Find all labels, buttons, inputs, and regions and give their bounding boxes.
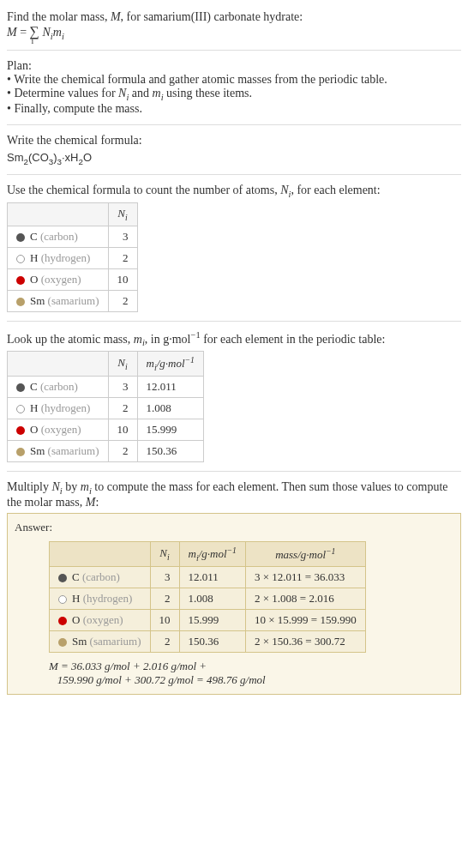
element-dot-icon — [58, 574, 67, 582]
formula-M: M — [7, 26, 17, 39]
table-row: H (hydrogen)21.008 — [8, 397, 204, 419]
plan-heading: Plan: — [7, 59, 461, 73]
table-row: Sm (samarium)2 — [8, 290, 138, 311]
element-dot-icon — [16, 448, 25, 456]
table-row: C (carbon)3 — [8, 226, 138, 247]
table-row: C (carbon)312.0113 × 12.011 = 36.033 — [50, 566, 366, 588]
formula-heading: Write the chemical formula: — [7, 134, 461, 148]
final-calculation: M = 36.033 g/mol + 2.016 g/mol + 159.990… — [49, 660, 453, 687]
count-table: Ni C (carbon)3H (hydrogen)2O (oxygen)10S… — [7, 202, 138, 312]
formula-mi: m — [53, 26, 62, 39]
divider — [7, 471, 461, 472]
plan-section: Plan: • Write the chemical formula and g… — [7, 56, 461, 119]
formula-sigma: ∑i — [30, 24, 39, 39]
intro-text: Find the molar mass, — [7, 10, 111, 23]
element-cell: O (oxygen) — [50, 609, 151, 630]
element-dot-icon — [58, 638, 67, 647]
table-row: Sm (samarium)2150.36 — [8, 440, 204, 461]
table-row: H (hydrogen)2 — [8, 247, 138, 268]
element-dot-icon — [16, 383, 25, 392]
answer-table: Ni mi/g·mol−1 mass/g·mol−1 C (carbon)312… — [49, 541, 366, 653]
element-dot-icon — [16, 405, 25, 413]
element-dot-icon — [58, 617, 67, 625]
element-cell: H (hydrogen) — [8, 247, 109, 268]
element-cell: H (hydrogen) — [50, 588, 151, 609]
element-dot-icon — [16, 298, 25, 306]
table-row: O (oxygen)1015.999 — [8, 419, 204, 440]
chemical-formula-section: Write the chemical formula: Sm2(CO3)3·xH… — [7, 130, 461, 170]
plan-bullet3: • Finally, compute the mass. — [7, 102, 461, 116]
element-dot-icon — [16, 233, 25, 242]
table-row: Sm (samarium)2150.362 × 150.36 = 300.72 — [50, 630, 366, 652]
element-cell: Sm (samarium) — [50, 630, 151, 652]
element-cell: O (oxygen) — [8, 419, 109, 440]
count-heading: Use the chemical formula to count the nu… — [7, 184, 461, 199]
element-dot-icon — [58, 595, 67, 604]
multiply-heading: Multiply Ni by mi to compute the mass fo… — [7, 480, 461, 509]
element-cell: C (carbon) — [50, 566, 151, 588]
lookup-table: Ni mi/g·mol−1 C (carbon)312.011H (hydrog… — [7, 351, 204, 462]
divider — [7, 321, 461, 322]
element-dot-icon — [16, 426, 25, 435]
element-dot-icon — [16, 255, 25, 263]
element-cell: H (hydrogen) — [8, 397, 109, 419]
element-dot-icon — [16, 276, 25, 285]
element-cell: Sm (samarium) — [8, 440, 109, 461]
table-row: O (oxygen)1015.99910 × 15.999 = 159.990 — [50, 609, 366, 630]
table-row: O (oxygen)10 — [8, 268, 138, 290]
lookup-heading: Look up the atomic mass, mi, in g·mol−1 … — [7, 330, 461, 347]
element-cell: C (carbon) — [8, 226, 109, 247]
divider — [7, 50, 461, 51]
answer-label: Answer: — [15, 521, 453, 534]
plan-bullet2: • Determine values for Ni and mi using t… — [7, 87, 461, 102]
intro-text2: , for samarium(III) carbonate hydrate: — [121, 10, 303, 23]
table-row: H (hydrogen)21.0082 × 1.008 = 2.016 — [50, 588, 366, 609]
intro-section: Find the molar mass, M, for samarium(III… — [7, 7, 461, 45]
formula-Ni: N — [42, 26, 50, 39]
plan-bullet1: • Write the chemical formula and gather … — [7, 73, 461, 87]
element-cell: C (carbon) — [8, 376, 109, 397]
divider — [7, 124, 461, 125]
table-row: C (carbon)312.011 — [8, 376, 204, 397]
lookup-section: Look up the atomic mass, mi, in g·mol−1 … — [7, 327, 461, 466]
answer-box: Answer: Ni mi/g·mol−1 mass/g·mol−1 C (ca… — [7, 513, 461, 695]
count-section: Use the chemical formula to count the nu… — [7, 180, 461, 315]
multiply-section: Multiply Ni by mi to compute the mass fo… — [7, 477, 461, 698]
element-cell: Sm (samarium) — [8, 290, 109, 311]
chemical-formula: Sm2(CO3)3·xH2O — [7, 151, 461, 166]
intro-M: M — [111, 10, 121, 23]
divider — [7, 174, 461, 175]
formula-eq: = — [17, 26, 30, 39]
element-cell: O (oxygen) — [8, 268, 109, 290]
